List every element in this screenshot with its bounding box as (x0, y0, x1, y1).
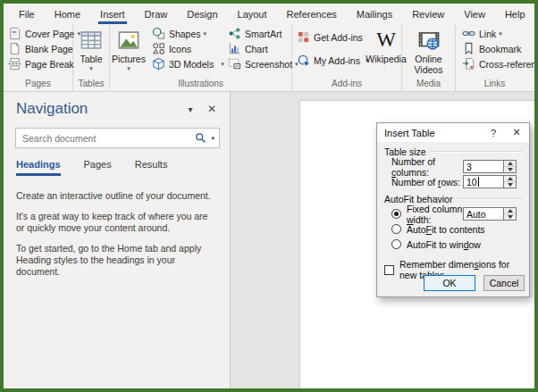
page-break-icon (8, 57, 21, 71)
link-icon (462, 27, 475, 40)
group-label-tables: Tables (73, 79, 109, 91)
table-button[interactable]: Table ▾ (78, 26, 105, 79)
word-window: File Home Insert Draw Design Layout Refe… (0, 0, 538, 392)
tab-results[interactable]: Results (135, 159, 168, 176)
help-paragraph: To get started, go to the Home tab and a… (16, 243, 218, 278)
tab-pages[interactable]: Pages (84, 159, 112, 176)
ok-button[interactable]: OK (424, 275, 475, 291)
chevron-down-icon: ▾ (211, 135, 214, 141)
wikipedia-button[interactable]: W Wikipedia (365, 26, 408, 79)
cover-page-label: Cover Page (25, 29, 74, 39)
online-videos-icon (417, 29, 441, 52)
cover-page-button[interactable]: Cover Page ▾ (6, 26, 82, 41)
get-add-ins-label: Get Add-ins (314, 32, 363, 43)
dialog-title-bar[interactable]: Insert Table ? ✕ (377, 123, 529, 142)
remember-dimensions-option[interactable]: Remember dimensions for new tables (384, 263, 522, 276)
table-icon (80, 29, 103, 52)
columns-input[interactable]: 3 (463, 160, 503, 173)
blank-page-button[interactable]: Blank Page (6, 41, 82, 56)
smartart-button[interactable]: SmartArt (226, 26, 294, 41)
ribbon-group-add-ins: Get Add-ins My Add-ins ▾ W Wikipedia Add… (292, 24, 402, 91)
navigation-tabs: Headings Pages Results (16, 159, 230, 176)
online-videos-label: Online Videos (408, 54, 450, 75)
autofit-contents-radio[interactable] (391, 224, 401, 234)
menu-tab-insert[interactable]: Insert (90, 4, 135, 24)
menu-tab-file[interactable]: File (9, 4, 45, 24)
page-break-button[interactable]: Page Break (6, 56, 82, 71)
autofit-window-option[interactable]: AutoFit to window (391, 237, 517, 252)
shapes-icon (152, 27, 165, 40)
table-label: Table (80, 54, 102, 64)
columns-spinner: 3 (463, 160, 517, 173)
ribbon-group-pages: Cover Page ▾ Blank Page Page Break Pages (4, 24, 73, 91)
cross-reference-label: Cross-reference (479, 59, 538, 70)
menu-tab-design[interactable]: Design (177, 4, 227, 24)
bookmark-button[interactable]: Bookmark (460, 41, 538, 56)
online-videos-button[interactable]: Online Videos (406, 26, 452, 79)
menu-tab-review[interactable]: Review (402, 4, 454, 24)
get-add-ins-icon (297, 30, 310, 44)
cancel-button[interactable]: Cancel (483, 275, 525, 291)
menu-tab-layout[interactable]: Layout (228, 4, 277, 24)
rows-spin-down-button[interactable] (504, 182, 516, 188)
fixed-width-spin-down-button[interactable] (504, 214, 516, 220)
my-add-ins-button[interactable]: My Add-ins ▾ (295, 53, 365, 68)
fixed-width-option[interactable]: Fixed column width: Auto (391, 206, 517, 221)
shapes-button[interactable]: Shapes ▾ (150, 26, 223, 41)
search-button[interactable]: ▾ (195, 132, 214, 144)
icons-button[interactable]: Icons (150, 41, 223, 56)
get-add-ins-button[interactable]: Get Add-ins (295, 29, 365, 45)
pane-options-chevron-icon[interactable]: ▾ (180, 104, 201, 114)
3d-models-button[interactable]: 3D Models ▾ (150, 56, 223, 71)
group-label-add-ins: Add-ins (292, 79, 401, 91)
search-icon (195, 132, 206, 144)
bookmark-icon (462, 42, 475, 55)
autofit-contents-option[interactable]: AutoFit to contents (391, 221, 517, 237)
document-area: Insert Table ? ✕ Table size Number of co… (231, 92, 534, 388)
pictures-label: Pictures (112, 54, 146, 64)
columns-spin-down-button[interactable] (504, 167, 516, 172)
wikipedia-label: Wikipedia (366, 54, 407, 64)
pane-close-icon[interactable]: ✕ (201, 103, 223, 115)
fixed-width-label: Fixed column width: (407, 204, 463, 225)
dialog-help-button[interactable]: ? (483, 128, 504, 138)
columns-label: Number of columns: (391, 156, 463, 178)
autofit-window-radio[interactable] (391, 239, 401, 249)
menu-tab-references[interactable]: References (277, 4, 347, 24)
pictures-button[interactable]: Pictures ▾ (110, 26, 147, 79)
screenshot-label: Screenshot (245, 59, 292, 70)
menu-tab-mailings[interactable]: Mailings (347, 4, 402, 24)
blank-page-icon (8, 42, 21, 55)
rows-input[interactable]: 10 (463, 175, 503, 188)
screenshot-icon (228, 57, 241, 71)
chart-label: Chart (245, 44, 268, 54)
dialog-close-button[interactable]: ✕ (504, 127, 529, 138)
menu-tab-home[interactable]: Home (45, 4, 90, 24)
cross-reference-button[interactable]: Cross-reference (460, 56, 538, 71)
menu-tab-draw[interactable]: Draw (135, 4, 178, 24)
help-paragraph: It's a great way to keep track of where … (16, 211, 218, 234)
rows-label: Number of rows: (391, 177, 463, 188)
chart-icon (228, 42, 241, 55)
icons-label: Icons (169, 44, 191, 54)
cover-page-icon (8, 27, 21, 40)
columns-spin-up-button[interactable] (504, 161, 516, 167)
cross-reference-icon (462, 57, 475, 71)
3d-models-icon (152, 57, 165, 71)
screenshot-button[interactable]: Screenshot ▾ (226, 56, 294, 71)
remember-dimensions-checkbox[interactable] (384, 265, 394, 275)
smartart-icon (228, 27, 241, 40)
chart-button[interactable]: Chart (226, 41, 294, 56)
tab-headings[interactable]: Headings (16, 159, 61, 176)
fixed-width-input[interactable]: Auto (463, 207, 503, 221)
chevron-down-icon: ▾ (89, 65, 93, 71)
search-input[interactable] (21, 132, 195, 145)
rows-spin-up-button[interactable] (504, 176, 516, 182)
menu-tab-view[interactable]: View (454, 4, 495, 24)
menu-tab-help[interactable]: Help (495, 4, 535, 24)
navigation-help-text: Create an interactive outline of your do… (4, 176, 230, 278)
ribbon: Cover Page ▾ Blank Page Page Break Pages (4, 24, 534, 92)
link-button[interactable]: Link ▾ (460, 26, 538, 41)
fixed-width-spin-up-button[interactable] (504, 208, 516, 214)
fixed-width-radio[interactable] (391, 209, 401, 219)
